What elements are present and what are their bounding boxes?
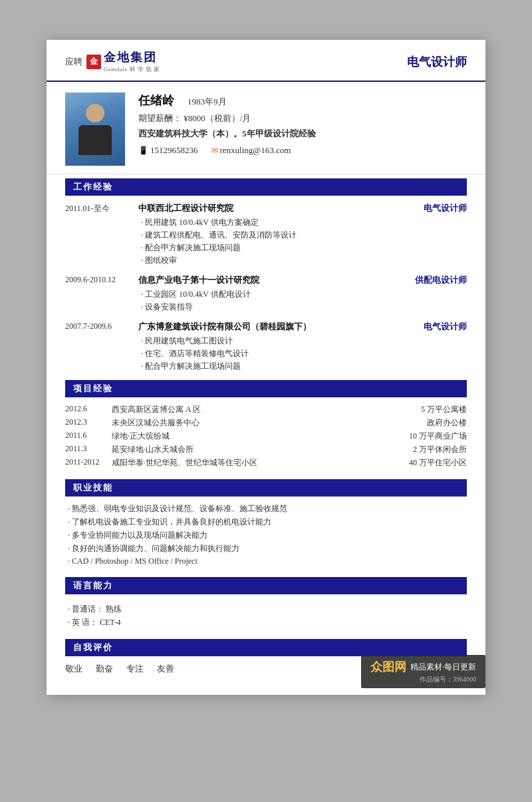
personal-info: 任绪岭 1983年9月 期望薪酬： ¥8000（税前）/月 西安建筑科技大学（本… — [138, 93, 467, 156]
job-2-bullet-1: · 设备安装指导 — [138, 301, 467, 313]
proj-1: 2012.3 未央区汉城公共服务中心 政府办公楼 — [65, 417, 467, 429]
person-silhouette — [78, 104, 112, 155]
self-eval-item-3: 友善 — [157, 663, 174, 675]
phone-number: 15129658236 — [138, 145, 198, 156]
skill-2: · 多专业协同能力以及现场问题解决能力 — [65, 530, 467, 541]
proj-2: 2011.6 绿地·正大缤纷城 10 万平商业广场 — [65, 431, 467, 442]
resume-header: 应聘 金 金地集团 Gemdale 科 学 筑 家 电气设计师 — [47, 40, 485, 82]
position-title: 电气设计师 — [407, 54, 467, 70]
birth-date: 1983年9月 — [188, 96, 227, 108]
job-1-bullet-2: · 配合甲方解决施工现场问题 — [138, 242, 467, 254]
proj-3-type: 2 万平休闲会所 — [387, 444, 467, 455]
name-row: 任绪岭 1983年9月 — [138, 93, 467, 108]
job-2-company: 信息产业电子第十一设计研究院 — [138, 274, 259, 286]
job-1-bullet-3: · 图纸校审 — [138, 255, 467, 266]
watermark-code: 作品编号：3964000 — [420, 675, 476, 684]
work-exp-content: 2011.01-至今 中联西北工程设计研究院 电气设计师 · 民用建筑 10/0… — [47, 202, 485, 373]
job-3-bullet-0: · 民用建筑电气施工图设计 — [138, 335, 467, 347]
language-content: · 普通话： 熟练 · 英 语： CET-4 — [47, 601, 485, 628]
proj-0-name: 西安高新区蓝博公寓 A 区 — [112, 404, 387, 415]
job-2-date: 2009.6-2010.12 — [65, 274, 138, 314]
proj-3: 2011.3 延安绿地·山水天城会所 2 万平休闲会所 — [65, 444, 467, 455]
proj-2-name: 绿地·正大缤纷城 — [112, 431, 387, 442]
self-eval-item-0: 敬业 — [65, 663, 82, 675]
job-3-header: 广东博意建筑设计院有限公司（碧桂园旗下） 电气设计师 — [138, 321, 467, 333]
skill-0: · 熟悉强、弱电专业知识及设计规范、设备标准、施工验收规范 — [65, 503, 467, 514]
company-sub: Gemdale 科 学 筑 家 — [104, 65, 160, 74]
page-wrapper: 应聘 金 金地集团 Gemdale 科 学 筑 家 电气设计师 — [0, 40, 532, 695]
logo-icon: 金 — [86, 55, 101, 69]
job-3-bullet-2: · 配合甲方解决施工现场问题 — [138, 361, 467, 372]
proj-0-type: 5 万平公寓楼 — [387, 404, 467, 415]
proj-2-date: 2011.6 — [65, 431, 112, 442]
person-body — [78, 125, 112, 155]
photo-placeholder — [65, 93, 125, 166]
job-2-bullet-0: · 工业园区 10/0.4kV 供配电设计 — [138, 289, 467, 300]
watermark-slogan: 精品素材·每日更新 — [410, 662, 476, 673]
person-head — [86, 104, 104, 122]
work-exp-header: 工作经验 — [65, 178, 467, 196]
skill-4: · CAD / Photoshop / MS Office / Project — [65, 556, 467, 566]
self-eval-header: 自我评价 — [65, 639, 467, 656]
skill-3: · 良好的沟通协调能力、问题解决能力和执行能力 — [65, 543, 467, 554]
job-2-header: 信息产业电子第十一设计研究院 供配电设计师 — [138, 274, 467, 286]
education-row: 西安建筑科技大学（本）。5年甲级设计院经验 — [138, 128, 467, 140]
personal-area: 任绪岭 1983年9月 期望薪酬： ¥8000（税前）/月 西安建筑科技大学（本… — [47, 82, 485, 174]
proj-3-name: 延安绿地·山水天城会所 — [112, 444, 387, 455]
job-1-position: 电气设计师 — [424, 202, 467, 214]
job-3-position: 电气设计师 — [424, 321, 467, 333]
job-1-details: 中联西北工程设计研究院 电气设计师 · 民用建筑 10/0.4kV 供电方案确定… — [138, 202, 467, 268]
job-3: 2007.7-2009.6 广东博意建筑设计院有限公司（碧桂园旗下） 电气设计师… — [65, 321, 467, 373]
salary-row: 期望薪酬： ¥8000（税前）/月 — [138, 112, 467, 124]
proj-3-date: 2011.3 — [65, 444, 112, 455]
language-header: 语言能力 — [65, 577, 467, 594]
proj-1-name: 未央区汉城公共服务中心 — [112, 417, 387, 429]
contact-row: 15129658236 renxuling@163.com — [138, 145, 467, 156]
salary-label: 期望薪酬： — [138, 113, 182, 123]
proj-4-name: 咸阳华泰·世纪华苑、世纪华城等住宅小区 — [112, 457, 387, 469]
proj-1-date: 2012.3 — [65, 417, 112, 429]
photo-box — [65, 93, 125, 166]
project-exp-content: 2012.6 西安高新区蓝博公寓 A 区 5 万平公寓楼 2012.3 未央区汉… — [47, 404, 485, 469]
watermark-site: 众图网 — [370, 659, 406, 675]
job-1-date: 2011.01-至今 — [65, 202, 138, 268]
email-address: renxuling@163.com — [211, 145, 291, 156]
apply-label: 应聘 — [65, 56, 82, 68]
company-name: 金地集团 — [104, 51, 157, 64]
skills-header: 职业技能 — [65, 479, 467, 497]
skill-1: · 了解机电设备施工专业知识，并具备良好的机电设计能力 — [65, 516, 467, 528]
resume-document: 应聘 金 金地集团 Gemdale 科 学 筑 家 电气设计师 — [47, 40, 485, 695]
proj-1-type: 政府办公楼 — [387, 417, 467, 429]
proj-4: 2011-2012 咸阳华泰·世纪华苑、世纪华城等住宅小区 40 万平住宅小区 — [65, 457, 467, 469]
self-eval-item-1: 勤奋 — [96, 663, 113, 675]
project-exp-header: 项目经验 — [65, 380, 467, 397]
candidate-name: 任绪岭 — [138, 93, 174, 108]
lang-1: · 英 语： CET-4 — [65, 617, 467, 628]
job-1-company: 中联西北工程设计研究院 — [138, 202, 233, 214]
watermark: 众图网 精品素材·每日更新 作品编号：3964000 — [361, 655, 485, 688]
job-3-details: 广东博意建筑设计院有限公司（碧桂园旗下） 电气设计师 · 民用建筑电气施工图设计… — [138, 321, 467, 373]
job-1-bullet-0: · 民用建筑 10/0.4kV 供电方案确定 — [138, 217, 467, 228]
job-3-date: 2007.7-2009.6 — [65, 321, 138, 373]
job-1: 2011.01-至今 中联西北工程设计研究院 电气设计师 · 民用建筑 10/0… — [65, 202, 467, 268]
job-1-bullet-1: · 建筑工程供配电、通讯、安防及消防等设计 — [138, 230, 467, 241]
company-logo: 金 金地集团 Gemdale 科 学 筑 家 — [86, 49, 160, 74]
lang-0: · 普通话： 熟练 — [65, 604, 467, 615]
job-2: 2009.6-2010.12 信息产业电子第十一设计研究院 供配电设计师 · 工… — [65, 274, 467, 314]
job-3-company: 广东博意建筑设计院有限公司（碧桂园旗下） — [138, 321, 311, 333]
proj-2-type: 10 万平商业广场 — [387, 431, 467, 442]
job-2-details: 信息产业电子第十一设计研究院 供配电设计师 · 工业园区 10/0.4kV 供配… — [138, 274, 467, 314]
proj-0: 2012.6 西安高新区蓝博公寓 A 区 5 万平公寓楼 — [65, 404, 467, 415]
job-2-position: 供配电设计师 — [415, 274, 467, 286]
proj-4-type: 40 万平住宅小区 — [387, 457, 467, 469]
self-eval-item-2: 专注 — [126, 663, 144, 675]
skills-content: · 熟悉强、弱电专业知识及设计规范、设备标准、施工验收规范 · 了解机电设备施工… — [47, 503, 485, 566]
proj-0-date: 2012.6 — [65, 404, 112, 415]
job-1-header: 中联西北工程设计研究院 电气设计师 — [138, 202, 467, 214]
job-3-bullet-1: · 住宅、酒店等精装修电气设计 — [138, 348, 467, 359]
salary-value: ¥8000（税前）/月 — [184, 113, 251, 123]
proj-4-date: 2011-2012 — [65, 457, 112, 469]
